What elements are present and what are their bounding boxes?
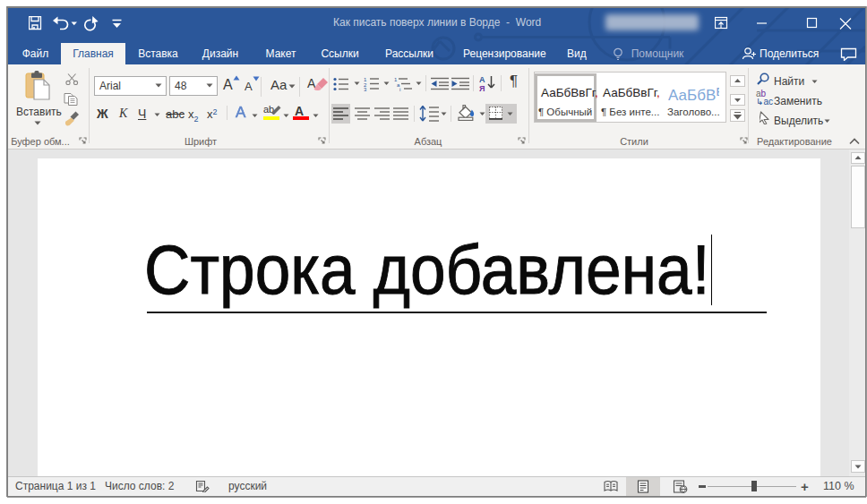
- svg-text:А: А: [479, 75, 485, 84]
- svg-text:i: i: [399, 87, 400, 91]
- svg-text:Я: Я: [479, 84, 485, 92]
- svg-text:3: 3: [364, 87, 367, 91]
